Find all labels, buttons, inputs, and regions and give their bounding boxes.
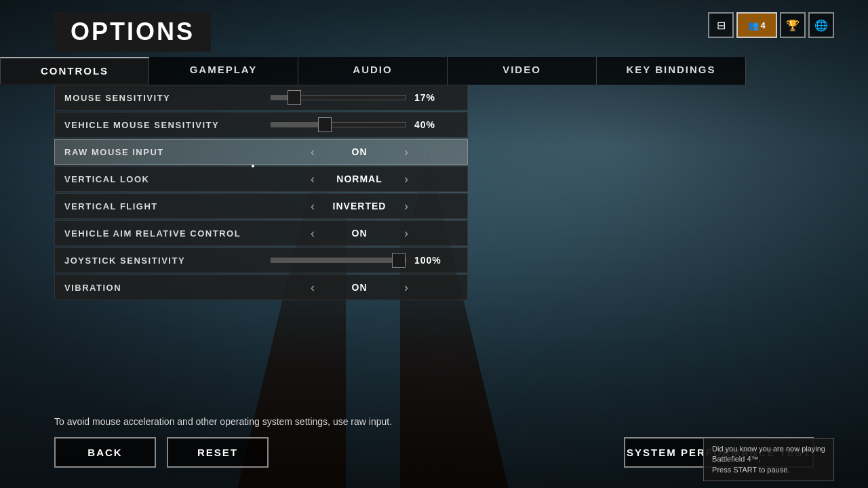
raw-mouse-input-value: ON (326, 146, 393, 157)
tab-gameplay[interactable]: GAMEPLAY (149, 57, 298, 85)
reset-button[interactable]: RESET (167, 437, 269, 468)
vehicle-mouse-sensitivity-slider[interactable] (271, 122, 406, 127)
cursor (252, 165, 254, 167)
raw-mouse-input-control[interactable]: ‹ ON › (252, 140, 467, 164)
joystick-sensitivity-value: 100% (414, 255, 448, 266)
mouse-sensitivity-row: MOUSE SENSITIVITY 17% (54, 85, 468, 110)
hint-text: To avoid mouse acceleration and other op… (54, 416, 392, 427)
mouse-sensitivity-control[interactable]: 17% (252, 85, 467, 110)
globe-icon[interactable]: 🌐 (808, 12, 834, 38)
vehicle-aim-relative-control[interactable]: ‹ ON › (252, 221, 467, 245)
tab-video[interactable]: VIDEO (448, 57, 597, 85)
tab-audio[interactable]: AUDIO (298, 57, 448, 85)
vehicle-mouse-sensitivity-label: VEHICLE MOUSE SENSITIVITY (55, 120, 252, 130)
vertical-look-value: NORMAL (326, 174, 393, 184)
vehicle-aim-relative-value: ON (326, 228, 393, 239)
notification-line3: Press START to pause. (712, 466, 789, 474)
vertical-look-right-arrow[interactable]: › (393, 172, 419, 186)
trophy-icon[interactable]: 🏆 (780, 12, 806, 38)
vibration-control[interactable]: ‹ ON › (252, 275, 467, 300)
vertical-look-left-arrow[interactable]: ‹ (300, 172, 326, 186)
vehicle-aim-relative-left-arrow[interactable]: ‹ (300, 226, 326, 241)
vibration-value: ON (326, 282, 393, 293)
vertical-look-control[interactable]: ‹ NORMAL › (252, 167, 467, 191)
raw-mouse-input-label: RAW MOUSE INPUT (55, 147, 252, 157)
page-title: OPTIONS (54, 12, 211, 52)
notification-line1: Did you know you are now playing (712, 445, 825, 453)
tabs-container: CONTROLS GAMEPLAY AUDIO VIDEO KEY BINDIN… (0, 57, 868, 85)
back-button[interactable]: BACK (54, 437, 156, 468)
raw-mouse-input-row: RAW MOUSE INPUT ‹ ON › (54, 139, 468, 165)
joystick-sensitivity-control[interactable]: 100% (252, 248, 467, 272)
vibration-right-arrow[interactable]: › (393, 281, 419, 295)
raw-mouse-input-left-arrow[interactable]: ‹ (300, 145, 326, 159)
vertical-flight-right-arrow[interactable]: › (393, 199, 419, 214)
players-icon: 👥 4 (736, 12, 777, 38)
tab-keybindings[interactable]: KEY BINDINGS (597, 57, 746, 85)
vertical-look-row: VERTICAL LOOK ‹ NORMAL › (54, 166, 468, 192)
mouse-sensitivity-label: MOUSE SENSITIVITY (55, 93, 252, 103)
controller-icon[interactable]: ⊟ (708, 12, 734, 38)
vertical-flight-control[interactable]: ‹ INVERTED › (252, 194, 467, 218)
mouse-sensitivity-slider[interactable] (271, 95, 406, 100)
vertical-flight-value: INVERTED (326, 201, 393, 211)
notification-box: Did you know you are now playing Battlef… (703, 438, 834, 481)
vehicle-aim-relative-row: VEHICLE AIM RELATIVE CONTROL ‹ ON › (54, 220, 468, 246)
vehicle-mouse-sensitivity-control[interactable]: 40% (252, 113, 467, 137)
joystick-sensitivity-slider[interactable] (271, 258, 406, 263)
top-right-icons: ⊟ 👥 4 🏆 🌐 (708, 12, 834, 38)
vertical-flight-label: VERTICAL FLIGHT (55, 201, 252, 211)
joystick-sensitivity-label: JOYSTICK SENSITIVITY (55, 256, 252, 266)
vibration-label: VIBRATION (55, 283, 252, 293)
joystick-sensitivity-row: JOYSTICK SENSITIVITY 100% (54, 247, 468, 273)
vertical-flight-left-arrow[interactable]: ‹ (300, 199, 326, 214)
notification-line2: Battlefield 4™. (712, 455, 761, 463)
tab-controls[interactable]: CONTROLS (0, 57, 149, 85)
vertical-flight-row: VERTICAL FLIGHT ‹ INVERTED › (54, 193, 468, 219)
vertical-look-label: VERTICAL LOOK (55, 174, 252, 184)
vibration-left-arrow[interactable]: ‹ (300, 281, 326, 295)
vibration-row: VIBRATION ‹ ON › (54, 274, 468, 300)
settings-panel: MOUSE SENSITIVITY 17% VEHICLE MOUSE SENS… (54, 85, 468, 300)
vehicle-mouse-sensitivity-value: 40% (414, 119, 448, 130)
vehicle-aim-relative-right-arrow[interactable]: › (393, 226, 419, 241)
vehicle-mouse-sensitivity-row: VEHICLE MOUSE SENSITIVITY 40% (54, 112, 468, 138)
raw-mouse-input-right-arrow[interactable]: › (393, 145, 419, 159)
vehicle-aim-relative-label: VEHICLE AIM RELATIVE CONTROL (55, 228, 252, 239)
mouse-sensitivity-value: 17% (414, 92, 448, 103)
